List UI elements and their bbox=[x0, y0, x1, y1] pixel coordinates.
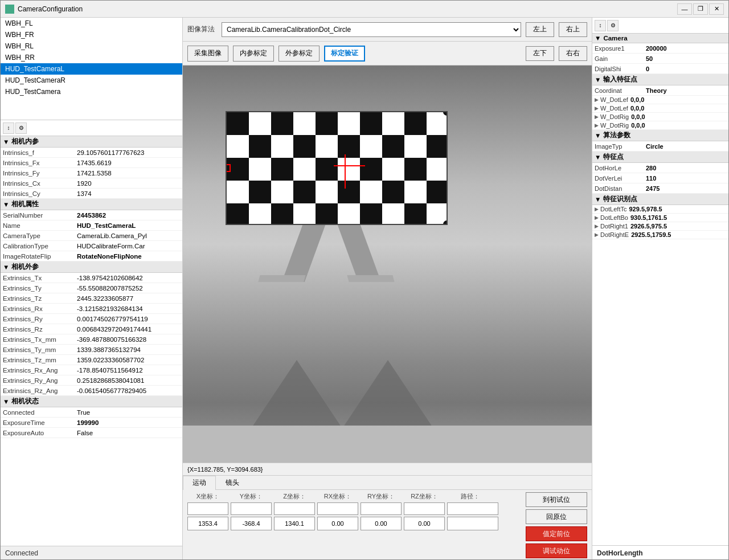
btn-validate[interactable]: 标定验证 bbox=[324, 46, 365, 62]
right-row-wdotrig2[interactable]: ▶ W_DotRig 0,0,0 bbox=[592, 121, 728, 130]
right-row-dotright1[interactable]: ▶ DotRight1 2926.5,975.5 bbox=[592, 222, 728, 231]
camera-list-item-wbh-rl[interactable]: WBH_RL bbox=[1, 40, 182, 52]
close-button[interactable]: ✕ bbox=[709, 3, 724, 15]
section-camera-status[interactable]: ▼ 相机状态 bbox=[1, 396, 182, 407]
z-input[interactable] bbox=[274, 517, 315, 530]
section-camera-extrinsics[interactable]: ▼ 相机外参 bbox=[1, 261, 182, 273]
right-row-wdotrig1[interactable]: ▶ W_DotRig 0,0,0 bbox=[592, 113, 728, 121]
right-section-input-features[interactable]: ▼ 输入特征点 bbox=[592, 74, 728, 85]
empty-path-input[interactable] bbox=[447, 502, 498, 515]
right-row-coordinat: Coordinat Theory bbox=[592, 85, 728, 96]
right-row-gain: Gain 50 bbox=[592, 54, 728, 64]
prop-row-imagerotate: ImageRotateFlip RotateNoneFlipNone bbox=[1, 251, 182, 261]
y-input[interactable] bbox=[231, 517, 272, 530]
window-title: CameraConfiguration bbox=[18, 5, 83, 13]
algo-select[interactable]: CameraLib.CameraCalibrationDot_Circle bbox=[222, 22, 521, 37]
section-camera-props[interactable]: ▼ 相机属性 bbox=[1, 199, 182, 210]
btn-bottom-left[interactable]: 左下 bbox=[526, 46, 554, 61]
prop-row-intrinsics-fy: Intrinsics_Fy 17421.5358 bbox=[1, 168, 182, 178]
camera-list-item-wbh-rr[interactable]: WBH_RR bbox=[1, 52, 182, 63]
btn-go-pos[interactable]: 值定前位 bbox=[526, 526, 587, 541]
tab-motion[interactable]: 运动 bbox=[183, 476, 216, 490]
minimize-button[interactable]: — bbox=[677, 3, 692, 15]
right-section-algo[interactable]: ▼ 算法参数 bbox=[592, 130, 728, 141]
prop-row-serial: SerialNumber 24453862 bbox=[1, 210, 182, 220]
empty-ry-input[interactable] bbox=[361, 502, 402, 515]
main-window: CameraConfiguration — ❐ ✕ WBH_FL WBH_FR … bbox=[0, 0, 729, 560]
right-row-dotverle: DotVerLei 110 bbox=[592, 173, 728, 183]
right-section-camera[interactable]: ▼ Camera bbox=[592, 34, 728, 43]
props-sort-button[interactable]: ↕ bbox=[3, 122, 14, 134]
right-row-wdotlef1[interactable]: ▶ W_DotLef 0,0,0 bbox=[592, 96, 728, 104]
rz-input[interactable] bbox=[404, 517, 445, 530]
camera-list-item-wbh-fr[interactable]: WBH_FR bbox=[1, 29, 182, 40]
section-label: 相机属性 bbox=[11, 200, 39, 209]
btn-reset-pos[interactable]: 到初试位 bbox=[526, 492, 587, 507]
collapse-icon: ▼ bbox=[3, 138, 9, 145]
empty-rz-input[interactable] bbox=[404, 502, 445, 515]
prop-row-ext-ty: Extrinsics_Ty -55.550882007875252 bbox=[1, 283, 182, 293]
coords-display: {X=1182.785, Y=3094.683} bbox=[187, 466, 263, 473]
props-icon-button[interactable]: ⚙ bbox=[15, 122, 27, 134]
btn-intrinsic[interactable]: 内参标定 bbox=[233, 46, 274, 62]
right-collapse-icon: ▼ bbox=[595, 154, 601, 161]
right-icon-button[interactable]: ⚙ bbox=[607, 20, 619, 31]
prop-row-intrinsics-cy: Intrinsics_Cy 1374 bbox=[1, 189, 182, 199]
camera-list-item-hud-testcamr[interactable]: HUD_TestCameraR bbox=[1, 75, 182, 86]
btn-capture[interactable]: 采集图像 bbox=[187, 46, 228, 62]
camera-list-item-wbh-fl[interactable]: WBH_FL bbox=[1, 18, 182, 29]
right-row-wdotlef2[interactable]: ▶ W_DotLef 0,0,0 bbox=[592, 104, 728, 113]
right-row-dothorle: DotHorLe 280 bbox=[592, 163, 728, 173]
right-row-imagetyp: ImageTyp Circle bbox=[592, 141, 728, 152]
right-section-features[interactable]: ▼ 特征点 bbox=[592, 152, 728, 163]
restore-button[interactable]: ❐ bbox=[693, 3, 708, 15]
x-input[interactable] bbox=[187, 517, 228, 530]
empty-rx-input[interactable] bbox=[317, 502, 358, 515]
prop-row-intrinsics-fx: Intrinsics_Fx 17435.6619 bbox=[1, 158, 182, 168]
camera-list-item-hud-testcaml[interactable]: HUD_TestCameraL bbox=[1, 63, 182, 75]
z-label: Z坐标： bbox=[274, 492, 315, 501]
btn-bottom-right[interactable]: 右右 bbox=[559, 46, 587, 61]
algo-label: 图像算法 bbox=[187, 24, 215, 34]
bottom-panel: 运动 镜头 X坐标： Y坐标： Z坐标： RX坐标： RY坐标： bbox=[183, 475, 592, 559]
prop-row-exposuretime: ExposureTime 199990 bbox=[1, 418, 182, 428]
empty-x-input[interactable] bbox=[187, 502, 228, 515]
collapse-icon: ▼ bbox=[3, 264, 9, 271]
rx-input[interactable] bbox=[317, 517, 358, 530]
section-camera-intrinsics[interactable]: ▼ 相机内参 bbox=[1, 136, 182, 148]
prop-row-ext-tx: Extrinsics_Tx -138.97542102608642 bbox=[1, 273, 182, 283]
btn-extrinsic[interactable]: 外参标定 bbox=[279, 46, 320, 62]
prop-row-exposureauto: ExposureAuto False bbox=[1, 428, 182, 438]
right-section-label: 特征识别点 bbox=[603, 195, 637, 203]
collapse-icon: ▼ bbox=[3, 201, 9, 208]
right-sort-button[interactable]: ↕ bbox=[595, 20, 606, 31]
right-section-label: 特征点 bbox=[603, 153, 624, 161]
prop-row-connected: Connected True bbox=[1, 407, 182, 418]
rz-label: RZ坐标： bbox=[404, 492, 445, 501]
right-row-dotrighte[interactable]: ▶ DotRightE 2925.5,1759.5 bbox=[592, 231, 728, 239]
right-section-feat-recognition[interactable]: ▼ 特征识别点 bbox=[592, 194, 728, 205]
btn-top-left[interactable]: 左上 bbox=[526, 22, 554, 37]
path-label: 路径： bbox=[447, 492, 493, 501]
section-label: 相机外参 bbox=[11, 263, 39, 271]
title-bar: CameraConfiguration — ❐ ✕ bbox=[1, 1, 728, 18]
btn-home[interactable]: 回原位 bbox=[526, 509, 587, 524]
action-toolbar: 采集图像 内参标定 外参标定 标定验证 左下 右右 bbox=[183, 42, 592, 66]
right-row-dotlefttc[interactable]: ▶ DotLeftTc 929.5,978.5 bbox=[592, 205, 728, 214]
prop-row-ext-rxang: Extrinsics_Rx_Ang -178.85407511564912 bbox=[1, 365, 182, 375]
right-props-panel: ▼ Camera Exposure1 200000 Gain 50 Digita… bbox=[592, 34, 728, 545]
coordinates-bar: {X=1182.785, Y=3094.683} bbox=[183, 463, 592, 475]
right-row-dotleftbo[interactable]: ▶ DotLeftBo 930.5,1761.5 bbox=[592, 214, 728, 222]
bottom-tabs: 运动 镜头 bbox=[183, 476, 592, 490]
path-input[interactable] bbox=[447, 517, 498, 530]
btn-test[interactable]: 调试动位 bbox=[526, 543, 587, 558]
ry-input[interactable] bbox=[361, 517, 402, 530]
empty-y-input[interactable] bbox=[231, 502, 272, 515]
empty-z-input[interactable] bbox=[274, 502, 315, 515]
right-row-exposure1: Exposure1 200000 bbox=[592, 43, 728, 54]
camera-list-item-hud-testcam[interactable]: HUD_TestCamera bbox=[1, 86, 182, 97]
prop-row-calibtype: CalibrationType HUDCalibrateForm.Car bbox=[1, 241, 182, 251]
status-connected: Connected bbox=[5, 549, 38, 557]
btn-top-right[interactable]: 右上 bbox=[559, 22, 587, 37]
tab-lens[interactable]: 镜头 bbox=[216, 476, 249, 489]
